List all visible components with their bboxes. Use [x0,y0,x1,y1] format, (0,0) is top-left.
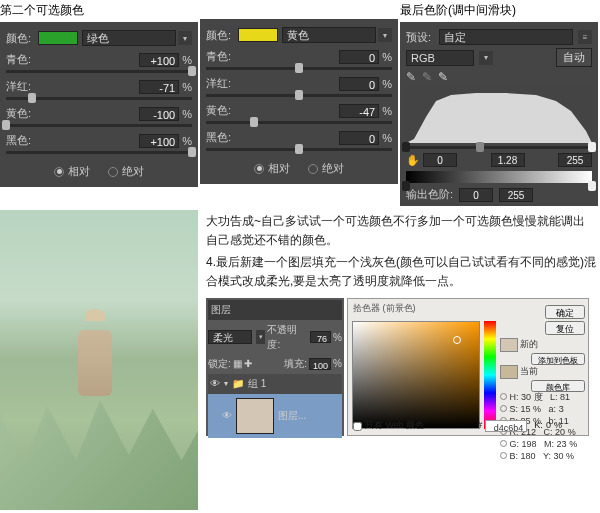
lock-pixel-icon[interactable]: ▦ [233,356,242,372]
out-black-input[interactable]: 0 [459,188,493,202]
sc1-title: 第二个可选颜色 [0,0,198,22]
radio-relative[interactable]: 相对 [54,164,90,179]
chevron-down-icon[interactable]: ▾ [256,330,265,344]
hex-input[interactable]: d4c6b4 [485,420,527,432]
yellow-value[interactable]: -100 [139,107,179,121]
slider-black: 黑色:+100% [6,133,192,154]
group-name: 组 1 [248,376,266,392]
chevron-down-icon[interactable]: ▾ [378,28,392,42]
cyan-value[interactable]: +100 [139,53,179,67]
slider-cyan: 青色:+100% [6,52,192,73]
eyedrop-white-icon[interactable]: ✎ [438,70,448,84]
radio-g[interactable] [500,440,507,447]
eye-icon[interactable]: 👁 [210,376,220,392]
sample-photo [0,210,198,510]
group-row[interactable]: 👁 ▾ 📁 组 1 [208,374,342,394]
selective-color-panel-1: 颜色: 绿色 ▾ 青色:+100% 洋红:-71% 黄色:-100% 黑色:+1… [0,22,198,187]
color-swatch-yellow [238,28,278,42]
blend-mode-dropdown[interactable]: 柔光 [208,330,252,344]
levels-mid-input[interactable]: 1.28 [491,153,525,167]
radio-s[interactable] [500,405,507,412]
magenta-value[interactable]: -71 [139,80,179,94]
eyedrop-gray-icon[interactable]: ✎ [422,70,432,84]
chevron-down-icon[interactable]: ▾ [224,378,228,390]
out-white-input[interactable]: 255 [499,188,533,202]
color-label: 颜色: [206,28,238,43]
add-swatch-button[interactable]: 添加到色板 [531,353,585,365]
hand-icon[interactable]: ✋ [406,154,420,167]
levels-title: 最后色阶(调中间滑块) [400,0,598,22]
magenta-slider[interactable] [206,94,392,97]
new-color-swatch [500,338,518,352]
histogram [406,87,592,143]
input-range-slider[interactable] [406,146,592,149]
auto-button[interactable]: 自动 [556,48,592,67]
chevron-down-icon[interactable]: ▾ [178,31,192,45]
eye-icon[interactable]: 👁 [222,408,232,424]
radio-relative[interactable]: 相对 [254,161,290,176]
color-label: 颜色: [6,31,38,46]
radio-absolute[interactable]: 绝对 [108,164,144,179]
black-slider[interactable] [206,148,392,151]
color-picker-dialog: 拾色器 (前景色) 确定 复位 新的 添加到色板 [347,298,589,436]
folder-icon: 📁 [232,376,244,392]
layer-row[interactable]: 👁 图层... [208,394,342,438]
ok-button[interactable]: 确定 [545,305,585,319]
black-value[interactable]: +100 [139,134,179,148]
color-lib-button[interactable]: 颜色库 [531,380,585,392]
chevron-down-icon[interactable]: ≡ [578,30,592,44]
hex-label: # [477,419,482,433]
hue-slider[interactable] [484,321,496,429]
slider-yellow: 黄色:-100% [6,106,192,127]
channel-dropdown[interactable]: RGB [406,50,474,66]
fill-label: 填充: [284,356,307,372]
color-dropdown[interactable]: 黄色 [282,27,376,43]
layers-panel: 图层 柔光 ▾ 不透明度: 76 % 锁定: ▦ ✚ 填充: 100 % [206,298,344,436]
eyedrop-black-icon[interactable]: ✎ [406,70,416,84]
paragraph-1: 大功告成~自己多试试一个可选颜色不行多加一个可选颜色慢慢就能调出自己感觉还不错的… [206,212,596,249]
fill-value[interactable]: 100 [309,358,331,370]
opacity-value[interactable]: 76 [310,331,331,343]
picker-tab[interactable]: 拾色器 [353,303,380,313]
layer-thumbnail [236,398,274,434]
levels-black-input[interactable]: 0 [423,153,457,167]
radio-bch[interactable] [500,452,507,459]
lock-pos-icon[interactable]: ✚ [244,356,252,372]
layer-name: 图层... [278,408,306,424]
cyan-slider[interactable] [206,67,392,70]
slider-magenta: 洋红:-71% [6,79,192,100]
preset-label: 预设: [406,30,436,45]
tutorial-text: 大功告成~自己多试试一个可选颜色不行多加一个可选颜色慢慢就能调出自己感觉还不错的… [202,210,600,510]
selective-color-panel-2: 颜色: 黄色 ▾ 青色:0% 洋红:0% 黄色:-47% 黑色:0% 相对 绝对 [200,19,398,184]
yellow-slider[interactable] [206,121,392,124]
radio-h[interactable] [500,393,507,400]
cyan-slider[interactable] [6,70,192,73]
color-field[interactable] [352,321,480,429]
cancel-button[interactable]: 复位 [545,321,585,335]
levels-white-input[interactable]: 255 [558,153,592,167]
layer-tab[interactable]: 图层 [211,302,231,318]
lock-label: 锁定: [208,356,231,372]
levels-panel: 预设: 自定 ≡ RGB ▾ 自动 ✎ ✎ ✎ [400,22,598,206]
black-slider[interactable] [6,151,192,154]
yellow-slider[interactable] [6,124,192,127]
web-safe-checkbox[interactable] [353,422,362,431]
web-safe-label: 只有 Web 颜色 [365,419,424,433]
color-swatch-green [38,31,78,45]
paragraph-2: 4.最后新建一个图层填充一个浅灰色(颜色可以自己试试看有不同的感觉)混合模式改成… [206,253,596,290]
preset-dropdown[interactable]: 自定 [439,29,573,45]
opacity-label: 不透明度: [267,322,307,353]
magenta-slider[interactable] [6,97,192,100]
radio-absolute[interactable]: 绝对 [308,161,344,176]
output-gradient[interactable] [406,171,592,183]
current-color-swatch [500,365,518,379]
color-dropdown[interactable]: 绿色 [82,30,176,46]
chevron-down-icon[interactable]: ▾ [479,51,493,65]
output-label: 输出色阶: [406,187,453,202]
